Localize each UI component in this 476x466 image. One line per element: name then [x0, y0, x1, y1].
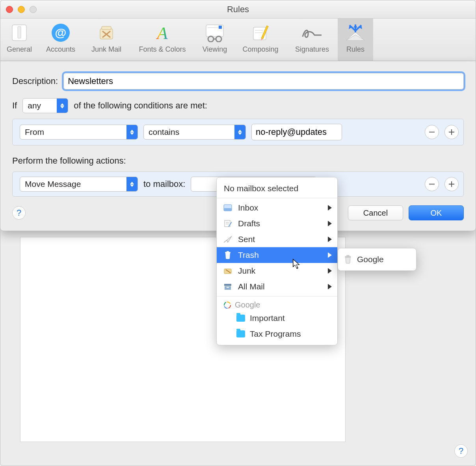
help-button-window[interactable]: ? — [454, 444, 468, 458]
updown-icon — [126, 125, 138, 139]
conditions-container: From contains — [12, 119, 464, 145]
toolbar-general[interactable]: General — [0, 19, 38, 61]
toolbar-composing[interactable]: Composing — [234, 19, 286, 61]
junk-mail-icon — [95, 22, 117, 44]
toolbar-viewing[interactable]: Viewing — [195, 19, 234, 61]
folder-icon — [236, 330, 245, 337]
drafts-icon — [222, 219, 233, 228]
separator — [217, 296, 337, 296]
svg-rect-34 — [225, 286, 231, 290]
titlebar: Rules — [0, 0, 476, 19]
minimize-window-button[interactable] — [18, 6, 25, 13]
general-icon — [8, 22, 30, 44]
signatures-icon — [301, 22, 323, 44]
trash-icon — [222, 250, 233, 260]
accounts-icon: @ — [50, 22, 72, 44]
updown-icon — [234, 125, 245, 139]
popup-item-all-mail[interactable]: All Mail — [217, 279, 337, 295]
archive-icon — [222, 282, 233, 291]
fonts-colors-icon: A — [151, 22, 173, 44]
svg-rect-25 — [224, 208, 232, 211]
remove-condition-button[interactable] — [425, 125, 439, 139]
to-mailbox-label: to mailbox: — [143, 179, 185, 189]
submenu-arrow-icon — [328, 252, 332, 258]
popup-item-drafts[interactable]: Drafts — [217, 216, 337, 231]
google-icon — [224, 302, 231, 309]
svg-point-13 — [216, 36, 221, 42]
add-action-button[interactable] — [444, 177, 459, 191]
ok-button[interactable]: OK — [409, 205, 464, 220]
toolbar-signatures[interactable]: Signatures — [286, 19, 338, 61]
if-label: If — [12, 101, 17, 111]
submenu-arrow-icon — [328, 268, 332, 274]
action-type-select[interactable]: Move Message — [20, 177, 138, 192]
svg-text:@: @ — [55, 26, 66, 39]
condition-value-input[interactable] — [251, 124, 342, 140]
remove-action-button[interactable] — [425, 177, 439, 191]
popup-folder-important[interactable]: Important — [217, 310, 337, 326]
description-label: Description: — [12, 76, 58, 86]
updown-icon — [57, 99, 68, 113]
toolbar-junk-mail[interactable]: Junk Mail — [83, 19, 130, 61]
svg-rect-21 — [429, 184, 435, 185]
svg-rect-30 — [227, 251, 229, 252]
popup-group-google: Google — [217, 298, 337, 310]
toolbar-fonts-colors[interactable]: A Fonts & Colors — [130, 19, 195, 61]
updown-icon — [126, 177, 138, 191]
submenu-arrow-icon — [328, 205, 332, 211]
close-window-button[interactable] — [6, 6, 13, 13]
match-mode-select[interactable]: any — [22, 98, 68, 113]
junk-icon — [222, 266, 233, 276]
svg-text:A: A — [156, 24, 168, 42]
popup-item-trash[interactable]: Trash — [217, 247, 337, 263]
help-icon: ? — [454, 444, 468, 458]
submenu-item-google[interactable]: Google — [357, 255, 384, 264]
popup-header[interactable]: No mailbox selected — [217, 181, 337, 196]
condition-field-select[interactable]: From — [20, 125, 138, 140]
inbox-icon — [222, 203, 233, 212]
svg-rect-23 — [449, 184, 454, 185]
actions-label: Perform the following actions: — [12, 156, 126, 166]
svg-rect-18 — [429, 132, 435, 132]
submenu-arrow-icon — [328, 221, 332, 226]
rules-icon — [344, 22, 366, 44]
cancel-button[interactable]: Cancel — [348, 205, 403, 220]
window-title: Rules — [0, 4, 476, 15]
trash-icon — [344, 255, 351, 264]
add-condition-button[interactable] — [444, 125, 459, 139]
svg-rect-33 — [224, 284, 231, 286]
svg-point-12 — [208, 36, 214, 42]
mailbox-popup-menu: No mailbox selected Inbox Drafts Sent Tr… — [216, 177, 338, 345]
description-input[interactable] — [63, 73, 464, 89]
if-suffix-label: of the following conditions are met: — [74, 101, 207, 111]
svg-rect-41 — [347, 255, 349, 256]
zoom-window-button[interactable] — [30, 6, 37, 13]
popup-item-inbox[interactable]: Inbox — [217, 200, 337, 216]
sent-icon — [222, 235, 233, 244]
toolbar-accounts[interactable]: @ Accounts — [38, 19, 83, 61]
svg-rect-35 — [227, 287, 229, 288]
svg-rect-5 — [102, 26, 111, 30]
submenu-arrow-icon — [328, 284, 332, 289]
popup-item-junk[interactable]: Junk — [217, 263, 337, 279]
popup-item-sent[interactable]: Sent — [217, 231, 337, 247]
preferences-toolbar: General @ Accounts Junk Mail A Fonts & C… — [0, 19, 476, 61]
svg-rect-11 — [219, 26, 222, 29]
submenu-arrow-icon — [328, 237, 332, 242]
separator — [217, 198, 337, 198]
popup-folder-tax-programs[interactable]: Tax Programs — [217, 326, 337, 342]
condition-operator-select[interactable]: contains — [143, 125, 246, 140]
window-controls — [6, 6, 37, 13]
mailbox-submenu: Google — [338, 248, 416, 271]
folder-icon — [236, 315, 245, 322]
help-button-sheet[interactable]: ? — [12, 206, 26, 220]
toolbar-rules[interactable]: Rules — [338, 19, 373, 61]
svg-rect-1 — [18, 26, 21, 38]
preferences-window: Rules General @ Accounts Junk Mail A Fon… — [0, 0, 476, 466]
composing-icon — [249, 22, 271, 44]
viewing-icon — [204, 22, 226, 44]
svg-rect-20 — [449, 132, 454, 132]
